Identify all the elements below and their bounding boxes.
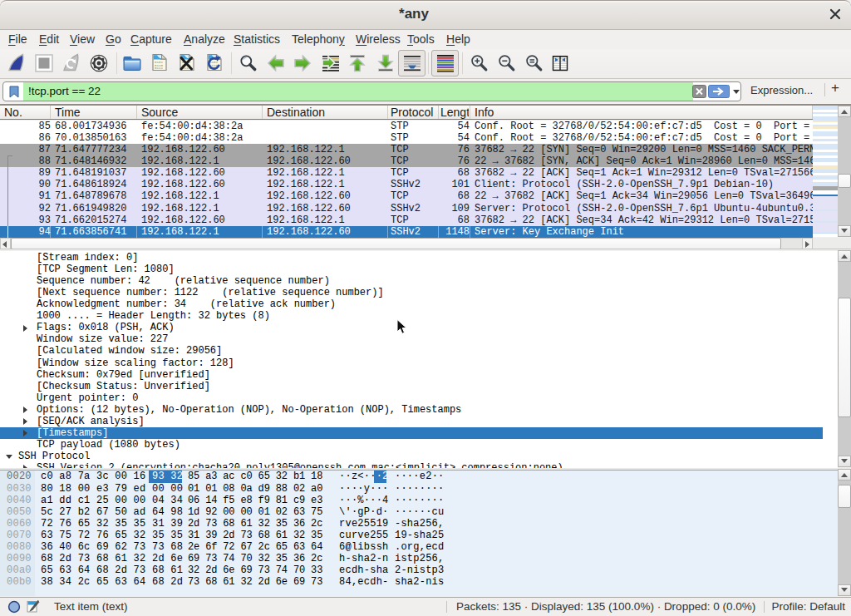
svg-text:0111: 0111 (155, 67, 164, 70)
